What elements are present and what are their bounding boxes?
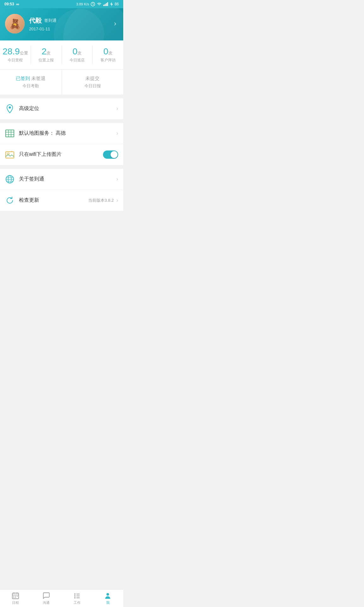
user-name: 代毅 bbox=[29, 16, 42, 25]
svg-rect-5 bbox=[106, 3, 107, 6]
about-label: 关于签到通 bbox=[19, 176, 116, 182]
charging-icon bbox=[110, 2, 113, 6]
svg-marker-7 bbox=[110, 2, 113, 6]
avatar bbox=[5, 14, 25, 34]
map-icon bbox=[5, 129, 15, 138]
stat-location-value: 2次 bbox=[33, 47, 60, 57]
image-upload-icon bbox=[5, 150, 15, 159]
stat-patrol-label: 今日巡店 bbox=[64, 58, 91, 63]
svg-rect-6 bbox=[107, 2, 108, 6]
stat-patrol-value: 0次 bbox=[64, 47, 91, 57]
svg-rect-14 bbox=[6, 152, 14, 158]
svg-rect-9 bbox=[6, 130, 14, 137]
map-label: 默认地图服务： 高德 bbox=[19, 130, 116, 137]
status-time: 09:53 bbox=[4, 2, 14, 6]
svg-point-8 bbox=[9, 106, 11, 108]
location-label: 高级定位 bbox=[19, 105, 116, 112]
location-icon bbox=[5, 104, 15, 113]
menu-item-update[interactable]: 检查更新 当前版本3.8.2 › bbox=[0, 190, 123, 211]
svg-line-2 bbox=[93, 4, 94, 5]
stat-visit-label: 客户拜访 bbox=[94, 58, 121, 63]
stat-visit: 0次 客户拜访 bbox=[93, 46, 123, 64]
battery-level: 86 bbox=[115, 2, 119, 6]
menu-section-2: 默认地图服务： 高德 › 只在wifi下上传图片 bbox=[0, 123, 123, 165]
menu-section-3: 关于签到通 › 检查更新 当前版本3.8.2 › bbox=[0, 169, 123, 211]
profile-info: 代毅 签到通 2017-01-11 bbox=[29, 16, 114, 31]
stat-visit-value: 0次 bbox=[94, 47, 121, 57]
map-chevron-icon: › bbox=[116, 130, 118, 137]
update-chevron-icon: › bbox=[116, 197, 118, 204]
toggle-thumb bbox=[111, 151, 118, 158]
menu-section-1: 高级定位 › bbox=[0, 98, 123, 119]
menu-item-wifi-upload[interactable]: 只在wifi下上传图片 bbox=[0, 144, 123, 165]
menu-item-about[interactable]: 关于签到通 › bbox=[0, 169, 123, 190]
unsigned-label: 未签退 bbox=[31, 76, 46, 81]
app-badge: 签到通 bbox=[44, 18, 57, 23]
stat-distance: 28.9公里 今日里程 bbox=[0, 46, 31, 64]
attendance-label: 今日考勤 bbox=[3, 83, 59, 89]
about-chevron-icon: › bbox=[116, 176, 118, 182]
stat-patrol: 0次 今日巡店 bbox=[62, 46, 93, 64]
status-right: 3.89 K/s bbox=[76, 2, 119, 6]
toggle-track bbox=[103, 150, 118, 159]
stat-distance-label: 今日里程 bbox=[2, 58, 29, 63]
daily-status: 未提交 bbox=[64, 76, 121, 82]
location-chevron-icon: › bbox=[116, 105, 118, 112]
stats-section: 28.9公里 今日里程 2次 位置上报 0次 今日巡店 0次 客户拜访 bbox=[0, 40, 123, 69]
section-divider-2 bbox=[0, 120, 123, 123]
update-version: 当前版本3.8.2 bbox=[88, 198, 114, 203]
svg-rect-4 bbox=[105, 4, 106, 6]
wifi-upload-label: 只在wifi下上传图片 bbox=[19, 151, 103, 158]
globe-icon bbox=[5, 175, 15, 184]
attendance-daily: 未提交 今日日报 bbox=[62, 70, 124, 95]
profile-banner[interactable]: 代毅 签到通 2017-01-11 › bbox=[0, 8, 123, 40]
daily-label: 今日日报 bbox=[64, 83, 121, 89]
profile-date: 2017-01-11 bbox=[29, 27, 114, 31]
update-label: 检查更新 bbox=[19, 197, 88, 204]
attendance-checkin: 已签到 未签退 今日考勤 bbox=[0, 70, 62, 95]
section-divider-1 bbox=[0, 95, 123, 98]
status-left: 09:53 ∞ bbox=[4, 2, 19, 7]
stat-location-report: 2次 位置上报 bbox=[31, 46, 62, 64]
stat-location-label: 位置上报 bbox=[33, 58, 60, 63]
status-bar: 09:53 ∞ 3.89 K/s bbox=[0, 0, 123, 8]
profile-chevron-icon[interactable]: › bbox=[114, 20, 118, 28]
wifi-upload-toggle[interactable] bbox=[103, 150, 118, 159]
attendance-status: 已签到 未签退 bbox=[3, 76, 59, 82]
wifi-icon bbox=[97, 2, 102, 6]
svg-rect-3 bbox=[103, 5, 104, 6]
menu-item-location[interactable]: 高级定位 › bbox=[0, 98, 123, 119]
signed-label: 已签到 bbox=[16, 76, 30, 81]
refresh-icon bbox=[5, 196, 15, 205]
section-divider-3 bbox=[0, 166, 123, 169]
signal-icon bbox=[103, 2, 108, 6]
attendance-section: 已签到 未签退 今日考勤 未提交 今日日报 bbox=[0, 70, 123, 95]
infinity-icon: ∞ bbox=[16, 2, 19, 7]
stat-distance-value: 28.9公里 bbox=[2, 47, 29, 57]
clock-icon bbox=[91, 2, 95, 6]
network-speed: 3.89 K/s bbox=[76, 2, 89, 6]
menu-item-map[interactable]: 默认地图服务： 高德 › bbox=[0, 123, 123, 144]
